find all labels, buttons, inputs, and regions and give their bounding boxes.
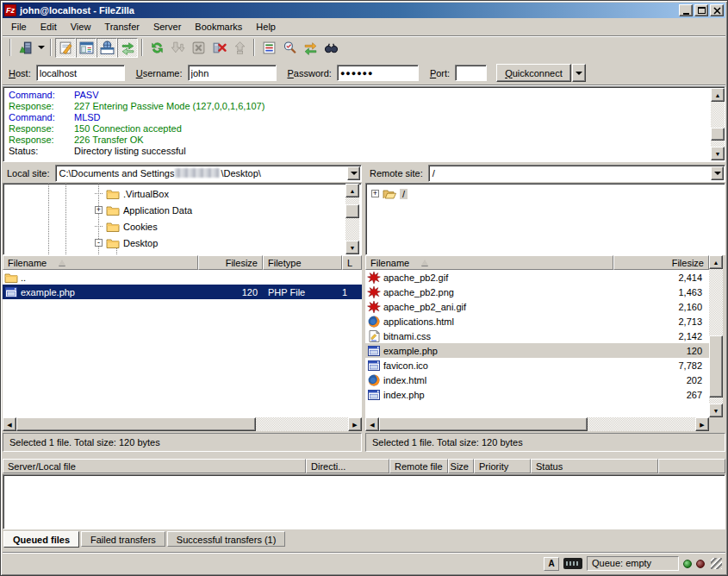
local-path-dropdown-button[interactable] xyxy=(347,166,360,180)
password-input[interactable] xyxy=(337,65,419,81)
file-row[interactable]: applications.html2,713 xyxy=(365,314,709,329)
column-header-filetype[interactable]: Filetype xyxy=(263,255,342,270)
titlebar[interactable]: Fz john@localhost - FileZilla xyxy=(3,3,725,18)
filter-button[interactable] xyxy=(258,38,279,58)
remote-list-hscrollbar[interactable]: ◀ ▶ xyxy=(365,417,709,431)
column-header-priority[interactable]: Priority xyxy=(474,459,531,473)
file-row[interactable]: apache_pb2.gif2,414 xyxy=(365,270,709,285)
toggle-remote-tree-button[interactable] xyxy=(96,38,117,58)
scroll-up-button[interactable]: ▲ xyxy=(711,88,725,102)
host-input[interactable] xyxy=(36,65,125,81)
disconnect-button[interactable] xyxy=(208,38,229,58)
column-header-remote-file[interactable]: Remote file xyxy=(389,459,448,473)
scroll-down-button[interactable]: ▼ xyxy=(711,147,725,160)
local-path-combobox[interactable]: C:\Documents and Settings\Desktop\ xyxy=(55,165,362,182)
image-file-icon xyxy=(367,271,381,285)
column-header-directi[interactable]: Directi... xyxy=(306,459,389,473)
file-row[interactable]: apache_pb2.png1,463 xyxy=(365,285,709,299)
file-row[interactable]: example.php120 xyxy=(365,343,709,358)
scroll-left-button[interactable]: ◀ xyxy=(3,417,16,431)
tree-item-application-data[interactable]: +Application Data xyxy=(3,202,361,218)
column-header-label: Filename xyxy=(8,258,47,268)
find-files-button[interactable] xyxy=(320,38,341,58)
file-row[interactable]: example.php120PHP File1 xyxy=(3,285,362,299)
scroll-right-button[interactable]: ▶ xyxy=(348,417,362,431)
column-header-label: Size xyxy=(451,461,469,472)
file-row[interactable]: bitnami.css2,142 xyxy=(365,329,709,343)
scroll-thumb[interactable] xyxy=(16,417,256,431)
local-tree-scrollbar[interactable]: ▲ ▼ xyxy=(345,184,359,254)
toggle-message-log-button[interactable] xyxy=(55,38,76,58)
remote-path-dropdown-button[interactable] xyxy=(711,166,724,180)
scroll-thumb[interactable] xyxy=(711,128,725,141)
column-header-status[interactable]: Status xyxy=(531,459,658,473)
menu-item-help[interactable]: Help xyxy=(249,19,283,34)
column-header-filesize[interactable]: Filesize xyxy=(198,255,263,270)
tab-failed-transfers[interactable]: Failed transfers xyxy=(81,531,165,547)
column-header-filename[interactable]: Filename xyxy=(365,255,613,270)
scroll-up-button[interactable]: ▲ xyxy=(709,255,723,269)
file-row[interactable]: index.html202 xyxy=(365,373,709,387)
port-input[interactable] xyxy=(455,65,487,81)
minimize-button[interactable] xyxy=(679,4,693,16)
scroll-thumb[interactable] xyxy=(345,204,359,218)
synchronized-browsing-icon xyxy=(303,41,318,55)
close-button[interactable] xyxy=(710,4,724,16)
column-header-filesize[interactable]: Filesize xyxy=(613,255,709,270)
html-file-icon xyxy=(367,315,381,329)
menu-item-edit[interactable]: Edit xyxy=(34,19,64,34)
speed-limits-icon[interactable] xyxy=(563,558,582,569)
menu-item-server[interactable]: Server xyxy=(146,19,188,34)
tab-queued-files[interactable]: Queued files xyxy=(3,531,79,548)
column-header-size[interactable]: Size xyxy=(448,459,474,473)
menu-item-transfer[interactable]: Transfer xyxy=(97,19,146,34)
tree-item-[interactable]: +/ xyxy=(366,185,725,202)
resize-grip[interactable] xyxy=(711,558,722,569)
expand-plus-icon[interactable]: + xyxy=(371,190,379,197)
refresh-button[interactable] xyxy=(146,38,167,58)
tab-successful-transfers-1[interactable]: Successful transfers (1) xyxy=(167,531,286,547)
scroll-thumb[interactable] xyxy=(709,335,723,398)
column-header-l[interactable]: L xyxy=(342,255,362,270)
scroll-down-button[interactable]: ▼ xyxy=(709,404,723,417)
scroll-right-button[interactable]: ▶ xyxy=(695,417,709,431)
file-modified: 1 xyxy=(342,287,362,297)
remote-list-scrollbar[interactable]: ▲ ▼ xyxy=(709,255,723,417)
quickconnect-button[interactable]: Quickconnect xyxy=(496,64,571,82)
scroll-left-button[interactable]: ◀ xyxy=(365,417,379,431)
synchronized-browsing-button[interactable] xyxy=(300,38,320,58)
scroll-thumb[interactable] xyxy=(379,417,588,431)
site-manager-button[interactable] xyxy=(15,38,35,58)
menu-item-file[interactable]: File xyxy=(4,19,34,34)
scroll-down-button[interactable]: ▼ xyxy=(345,241,359,254)
toolbar-separator xyxy=(253,39,255,56)
site-manager-dropdown-button[interactable] xyxy=(35,38,47,58)
remote-path-combobox[interactable]: / xyxy=(428,165,725,182)
file-row[interactable]: index.php267 xyxy=(365,387,709,402)
remote-selection-status: Selected 1 file. Total size: 120 bytes xyxy=(365,433,725,452)
transfer-type-ascii-icon[interactable]: A xyxy=(544,557,559,571)
directory-comparison-icon xyxy=(283,41,297,55)
username-input[interactable] xyxy=(188,65,277,81)
expand-plus-icon[interactable]: + xyxy=(95,206,103,214)
tree-item-desktop[interactable]: -Desktop xyxy=(3,235,361,251)
log-scrollbar[interactable]: ▲ ▼ xyxy=(711,88,725,160)
file-row[interactable]: apache_pb2_ani.gif2,160 xyxy=(365,299,709,314)
toggle-local-tree-button[interactable] xyxy=(76,38,96,58)
open-folder-icon xyxy=(383,187,396,201)
collapse-minus-icon[interactable]: - xyxy=(95,239,103,247)
file-row[interactable]: favicon.ico7,782 xyxy=(365,358,709,373)
file-row[interactable]: .. xyxy=(3,270,362,285)
maximize-button[interactable] xyxy=(694,4,708,16)
tree-item-cookies[interactable]: Cookies xyxy=(3,218,361,235)
quickconnect-dropdown-button[interactable] xyxy=(572,64,586,82)
directory-comparison-button[interactable] xyxy=(279,38,300,58)
column-header-server-local-file[interactable]: Server/Local file xyxy=(3,459,306,473)
scroll-up-button[interactable]: ▲ xyxy=(345,184,359,197)
menu-item-bookmarks[interactable]: Bookmarks xyxy=(188,19,249,34)
toggle-transfer-queue-button[interactable] xyxy=(117,38,138,58)
tree-item-virtualbox[interactable]: .VirtualBox xyxy=(3,185,361,202)
column-header-filename[interactable]: Filename xyxy=(3,255,198,270)
menu-item-view[interactable]: View xyxy=(64,19,98,34)
local-list-hscrollbar[interactable]: ◀ ▶ xyxy=(3,417,362,431)
